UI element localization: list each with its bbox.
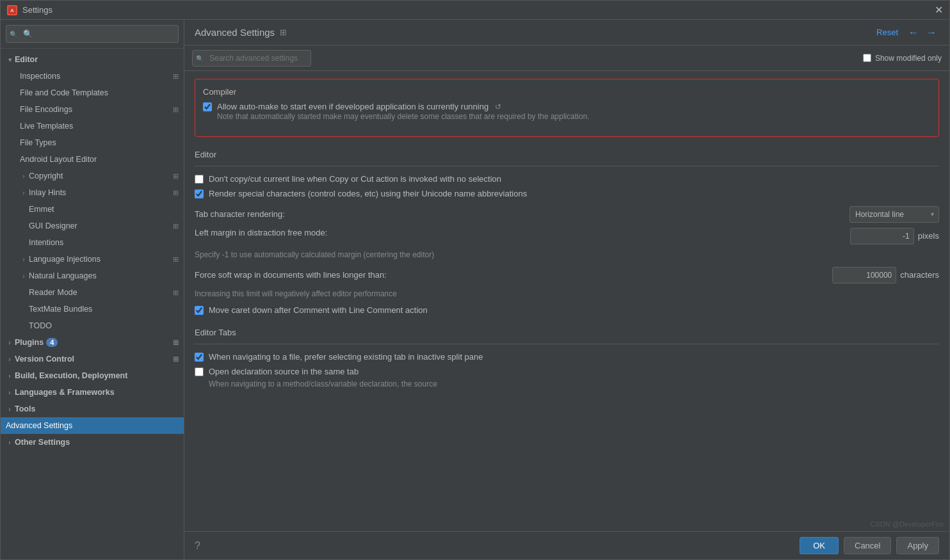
sidebar-item-label: Natural Languages xyxy=(29,271,97,280)
tab-rendering-row: Tab character rendering: Horizontal line… xyxy=(195,206,939,223)
title-bar: A Settings ✕ xyxy=(1,1,949,20)
move-caret-checkbox[interactable] xyxy=(195,306,204,315)
build-expand-icon: › xyxy=(6,372,13,380)
sidebar-item-label: TextMate Bundles xyxy=(29,305,92,314)
render-special-checkbox[interactable] xyxy=(195,189,204,198)
compiler-section-title: Compiler xyxy=(203,87,931,97)
sidebar-item-label: Build, Execution, Deployment xyxy=(15,371,127,380)
sidebar-item-reader-mode[interactable]: Reader Mode ⊞ xyxy=(1,284,184,301)
show-modified-label: Show modified only xyxy=(875,54,942,63)
settings-window: A Settings ✕ ▾ Editor Inspections xyxy=(0,0,950,560)
prefer-existing-tab-row: When navigating to a file, prefer select… xyxy=(195,352,939,362)
sidebar-item-version-control[interactable]: › Version Control ⊞ xyxy=(1,351,184,367)
sidebar-item-copyright[interactable]: › Copyright ⊞ xyxy=(1,168,184,184)
watermark: CSDN @DeveloperFire xyxy=(871,520,944,528)
close-button[interactable]: ✕ xyxy=(935,4,943,16)
forward-button[interactable]: → xyxy=(924,26,939,40)
tab-rendering-control: Horizontal line Arrow None xyxy=(849,206,939,223)
sidebar-item-label: Intentions xyxy=(29,238,63,247)
sidebar-item-languages-frameworks[interactable]: › Languages & Frameworks xyxy=(1,384,184,401)
open-declaration-row: Open declaration source in the same tab xyxy=(195,367,939,376)
sidebar-item-label: Android Layout Editor xyxy=(20,155,97,164)
help-button[interactable]: ? xyxy=(195,540,200,552)
sidebar-item-emmet[interactable]: Emmet xyxy=(1,201,184,218)
sidebar-item-inlay-hints[interactable]: › Inlay Hints ⊞ xyxy=(1,184,184,201)
sidebar-item-gui-designer[interactable]: GUI Designer ⊞ xyxy=(1,218,184,234)
no-copy-cut-checkbox[interactable] xyxy=(195,175,204,184)
open-declaration-checkbox[interactable] xyxy=(195,367,204,376)
sidebar-item-file-types[interactable]: File Types xyxy=(1,134,184,151)
open-declaration-hint: When navigating to a method/class/variab… xyxy=(209,379,939,390)
sidebar-item-textmate-bundles[interactable]: TextMate Bundles xyxy=(1,301,184,317)
back-button[interactable]: ← xyxy=(906,26,921,40)
editor-tabs-divider xyxy=(195,344,939,344)
panel-title: Advanced Settings xyxy=(195,27,275,38)
sidebar-search-box xyxy=(1,20,184,49)
cancel-button[interactable]: Cancel xyxy=(844,537,891,554)
panel-settings-icon[interactable]: ⊞ xyxy=(280,28,287,37)
sidebar-item-todo[interactable]: TODO xyxy=(1,317,184,334)
sidebar-item-label: Version Control xyxy=(15,355,74,364)
sidebar-item-editor[interactable]: ▾ Editor xyxy=(1,51,184,68)
auto-make-label: Allow auto-make to start even if develop… xyxy=(217,102,501,111)
force-soft-wrap-input[interactable] xyxy=(832,267,896,284)
reset-button[interactable]: Reset xyxy=(871,26,903,40)
sidebar-item-label: Inspections xyxy=(20,72,60,81)
editor-tabs-title: Editor Tabs xyxy=(195,328,939,337)
sidebar-item-build-execution[interactable]: › Build, Execution, Deployment xyxy=(1,367,184,384)
editor-expand-icon: ▾ xyxy=(6,56,13,63)
auto-make-checkbox[interactable] xyxy=(203,102,212,111)
sidebar-item-inspections[interactable]: Inspections ⊞ xyxy=(1,68,184,84)
compiler-section: Compiler Allow auto-make to start even i… xyxy=(195,79,939,137)
panel-search-input[interactable] xyxy=(192,50,311,67)
sidebar-item-label: GUI Designer xyxy=(29,221,77,230)
natural-lang-expand-icon: › xyxy=(20,273,28,280)
sidebar-item-file-code-templates[interactable]: File and Code Templates xyxy=(1,84,184,101)
sidebar-item-label: File Types xyxy=(20,138,56,147)
render-special-row: Render special characters (control codes… xyxy=(195,189,939,198)
settings-icon8: ⊞ xyxy=(173,339,179,347)
sidebar-item-android-layout-editor[interactable]: Android Layout Editor xyxy=(1,151,184,168)
editor-divider xyxy=(195,166,939,166)
sidebar-item-plugins[interactable]: › Plugins 4 ⊞ xyxy=(1,334,184,351)
sidebar-item-intentions[interactable]: Intentions xyxy=(1,234,184,251)
sidebar-search-input[interactable] xyxy=(6,25,179,43)
editor-section: Editor Don't copy/cut current line when … xyxy=(195,150,939,316)
sidebar-item-tools[interactable]: › Tools xyxy=(1,401,184,417)
settings-icon: ⊞ xyxy=(173,72,179,81)
left-margin-hint: Specify -1 to use automatically calculat… xyxy=(195,250,939,260)
sidebar-item-other-settings[interactable]: › Other Settings xyxy=(1,434,184,451)
sidebar-item-advanced-settings[interactable]: Advanced Settings xyxy=(1,417,184,434)
no-copy-cut-row: Don't copy/cut current line when Copy or… xyxy=(195,174,939,184)
auto-make-reset-icon[interactable]: ↺ xyxy=(495,102,501,111)
sidebar-item-file-encodings[interactable]: File Encodings ⊞ xyxy=(1,101,184,118)
sidebar-item-live-templates[interactable]: Live Templates xyxy=(1,118,184,134)
sidebar-item-label: File Encodings xyxy=(20,105,72,114)
force-soft-wrap-unit: characters xyxy=(900,270,939,280)
right-panel: Advanced Settings ⊞ Reset ← → Show modif… xyxy=(184,20,949,559)
apply-button[interactable]: Apply xyxy=(896,537,939,554)
ok-button[interactable]: OK xyxy=(800,537,839,554)
vc-expand-icon: › xyxy=(6,356,13,363)
sidebar-item-label: Language Injections xyxy=(29,255,101,264)
open-declaration-label: Open declaration source in the same tab xyxy=(209,367,358,376)
sidebar-item-label: Reader Mode xyxy=(29,288,77,297)
sidebar-item-label: Plugins xyxy=(15,338,44,347)
sidebar-item-label: Inlay Hints xyxy=(29,188,66,197)
tab-rendering-select[interactable]: Horizontal line Arrow None xyxy=(849,206,939,223)
show-modified-checkbox[interactable] xyxy=(863,54,871,62)
auto-make-hint: Note that automatically started make may… xyxy=(217,111,931,122)
settings-icon6: ⊞ xyxy=(173,255,179,264)
panel-header: Advanced Settings ⊞ Reset ← → xyxy=(184,20,949,45)
sidebar-item-natural-languages[interactable]: › Natural Languages xyxy=(1,268,184,284)
sidebar-item-label: Languages & Frameworks xyxy=(15,388,115,397)
sidebar-item-label: Emmet xyxy=(29,205,54,214)
sidebar-item-language-injections[interactable]: › Language Injections ⊞ xyxy=(1,251,184,268)
sidebar-item-label: Live Templates xyxy=(20,122,73,131)
other-expand-icon: › xyxy=(6,439,13,446)
main-content: ▾ Editor Inspections ⊞ File and Code Tem… xyxy=(1,20,949,559)
force-soft-wrap-label: Force soft wrap in documents with lines … xyxy=(195,270,825,280)
left-margin-input[interactable] xyxy=(850,228,914,244)
prefer-existing-tab-checkbox[interactable] xyxy=(195,353,204,362)
title-bar-left: A Settings xyxy=(7,5,52,15)
